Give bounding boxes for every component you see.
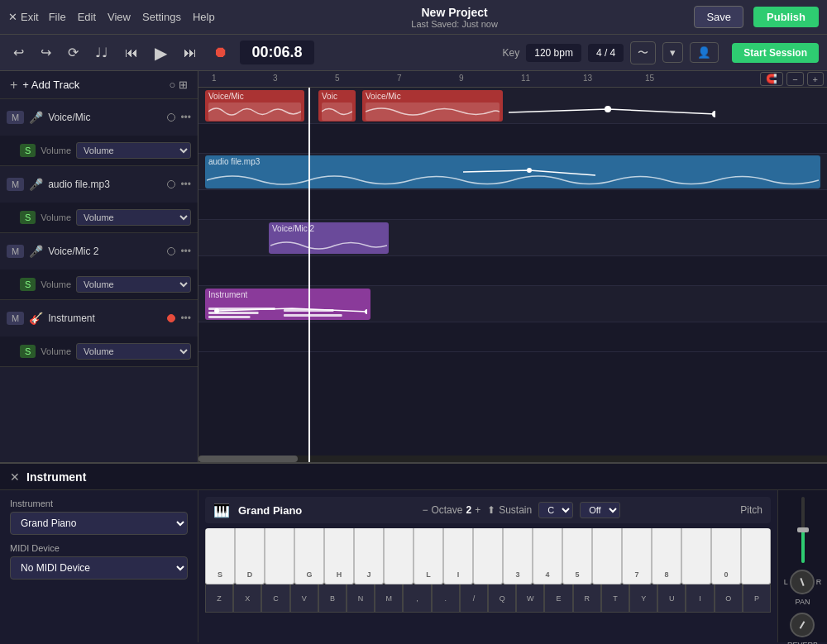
key-select[interactable]: C xyxy=(538,502,573,518)
key-c2[interactable]: L xyxy=(414,528,443,584)
bot-key-period[interactable]: . xyxy=(432,584,460,613)
key-b[interactable] xyxy=(384,528,414,584)
bot-key-w[interactable]: W xyxy=(516,584,544,613)
volume-select-3[interactable]: Volume xyxy=(76,276,191,293)
mute-button-instrument[interactable]: M xyxy=(7,312,24,325)
waveform-button[interactable]: 〜 xyxy=(630,41,656,64)
key-a2[interactable]: 5 xyxy=(562,528,592,584)
menu-help[interactable]: Help xyxy=(193,11,215,23)
key-g2[interactable]: 4 xyxy=(533,528,562,584)
panel-close-button[interactable]: ✕ xyxy=(10,470,20,484)
bot-key-q[interactable]: Q xyxy=(488,584,516,613)
key-a[interactable]: J xyxy=(354,528,384,584)
key-d[interactable]: D xyxy=(235,528,265,584)
bot-key-t[interactable]: T xyxy=(601,584,629,613)
time-sig[interactable]: 4 / 4 xyxy=(588,44,624,62)
magnet-button[interactable]: 🧲 xyxy=(760,72,783,86)
bot-key-x[interactable]: X xyxy=(233,584,261,613)
playhead[interactable] xyxy=(308,88,310,462)
bot-key-i[interactable]: I xyxy=(686,584,714,613)
key-f2[interactable]: 3 xyxy=(503,528,533,584)
redo-button[interactable]: ↪ xyxy=(36,41,56,64)
save-button[interactable]: Save xyxy=(694,6,743,28)
collab-button[interactable]: 👤 xyxy=(690,42,719,63)
reverb-knob[interactable] xyxy=(790,613,815,637)
add-track-button[interactable]: + + Add Track ○ ⊞ xyxy=(0,71,198,99)
mute-button-audio[interactable]: M xyxy=(7,178,24,191)
bot-key-u[interactable]: U xyxy=(657,584,686,613)
volume-select-2[interactable]: Volume xyxy=(76,209,191,226)
pitch-slider-thumb[interactable] xyxy=(797,527,809,532)
bot-key-slash[interactable]: / xyxy=(460,584,488,613)
key-c3[interactable]: 7 xyxy=(622,528,652,584)
loop-button[interactable]: ⟳ xyxy=(63,41,84,64)
bot-key-c[interactable]: C xyxy=(261,584,289,613)
track-more-3[interactable]: ••• xyxy=(180,246,191,257)
key-e2[interactable] xyxy=(473,528,503,584)
bot-key-z[interactable]: Z xyxy=(205,584,233,613)
key-e[interactable] xyxy=(265,528,294,584)
key-d2[interactable]: I xyxy=(443,528,473,584)
bot-key-b[interactable]: B xyxy=(318,584,347,613)
zoom-out-button[interactable]: − xyxy=(786,72,803,86)
menu-settings[interactable]: Settings xyxy=(142,11,181,23)
bot-key-comma[interactable]: , xyxy=(403,584,431,613)
track-more-2[interactable]: ••• xyxy=(180,179,191,190)
key-g3[interactable] xyxy=(741,528,771,584)
key-d3[interactable]: 8 xyxy=(652,528,681,584)
key-b2[interactable] xyxy=(592,528,622,584)
key-f3[interactable]: 0 xyxy=(711,528,741,584)
bot-key-n[interactable]: N xyxy=(347,584,375,613)
solo-btn-1[interactable]: S xyxy=(20,144,36,157)
scrollbar-thumb[interactable] xyxy=(198,456,298,462)
expand-button[interactable]: ▾ xyxy=(662,42,683,63)
skip-forward-button[interactable]: ⏭ xyxy=(179,42,202,64)
key-g[interactable]: H xyxy=(324,528,354,584)
pitch-slider-track[interactable] xyxy=(801,497,805,563)
volume-select-1[interactable]: Volume xyxy=(76,142,191,159)
clip-instrument[interactable]: Instrument xyxy=(205,289,370,320)
session-button[interactable]: Start Session xyxy=(732,43,819,63)
bot-key-r[interactable]: R xyxy=(573,584,601,613)
track-more-4[interactable]: ••• xyxy=(180,312,191,324)
horizontal-scrollbar[interactable] xyxy=(198,456,827,462)
menu-view[interactable]: View xyxy=(108,11,131,23)
clip-voice2[interactable]: Voice/Mic 2 xyxy=(269,222,389,254)
octave-minus[interactable]: − xyxy=(422,504,428,516)
bot-key-y[interactable]: Y xyxy=(629,584,657,613)
bot-key-o[interactable]: O xyxy=(715,584,743,613)
key-e3[interactable] xyxy=(681,528,711,584)
key-f[interactable]: G xyxy=(294,528,324,584)
publish-button[interactable]: Publish xyxy=(753,7,819,27)
track-more-1[interactable]: ••• xyxy=(180,112,191,123)
zoom-in-button[interactable]: + xyxy=(807,72,824,86)
solo-btn-2[interactable]: S xyxy=(20,211,36,224)
record-button[interactable]: ⏺ xyxy=(208,41,233,64)
key-c[interactable]: S xyxy=(205,528,235,584)
menu-file[interactable]: File xyxy=(49,11,66,23)
play-button[interactable]: ▶ xyxy=(150,40,172,66)
undo-button[interactable]: ↩ xyxy=(8,41,29,64)
mute-button-voice-mic-2[interactable]: M xyxy=(7,245,24,258)
instrument-select[interactable]: Grand Piano xyxy=(10,512,188,535)
volume-select-4[interactable]: Volume xyxy=(76,343,191,360)
exit-button[interactable]: ✕ Exit xyxy=(8,11,39,23)
clip-voice-1b[interactable]: Voic xyxy=(318,90,356,122)
midi-select[interactable]: No MIDI Device xyxy=(10,556,188,580)
bot-key-p[interactable]: P xyxy=(743,584,771,613)
clip-voice-1c[interactable]: Voice/Mic xyxy=(362,90,503,122)
skip-back-button[interactable]: ⏮ xyxy=(120,42,143,64)
clip-voice-1a[interactable]: Voice/Mic xyxy=(205,90,304,122)
mode-select[interactable]: Off xyxy=(580,502,620,518)
octave-plus[interactable]: + xyxy=(475,504,480,516)
bot-key-v[interactable]: V xyxy=(290,584,318,613)
metronome-button[interactable]: ♩♩ xyxy=(90,41,113,64)
solo-btn-4[interactable]: S xyxy=(20,345,36,358)
add-track-options[interactable]: ○ ⊞ xyxy=(170,79,188,91)
bot-key-e[interactable]: E xyxy=(544,584,572,613)
bpm-display[interactable]: 120 bpm xyxy=(526,44,581,62)
solo-btn-3[interactable]: S xyxy=(20,278,36,291)
mute-button-voice-mic[interactable]: M xyxy=(7,111,24,124)
pan-knob[interactable] xyxy=(790,570,815,594)
menu-edit[interactable]: Edit xyxy=(78,11,96,23)
